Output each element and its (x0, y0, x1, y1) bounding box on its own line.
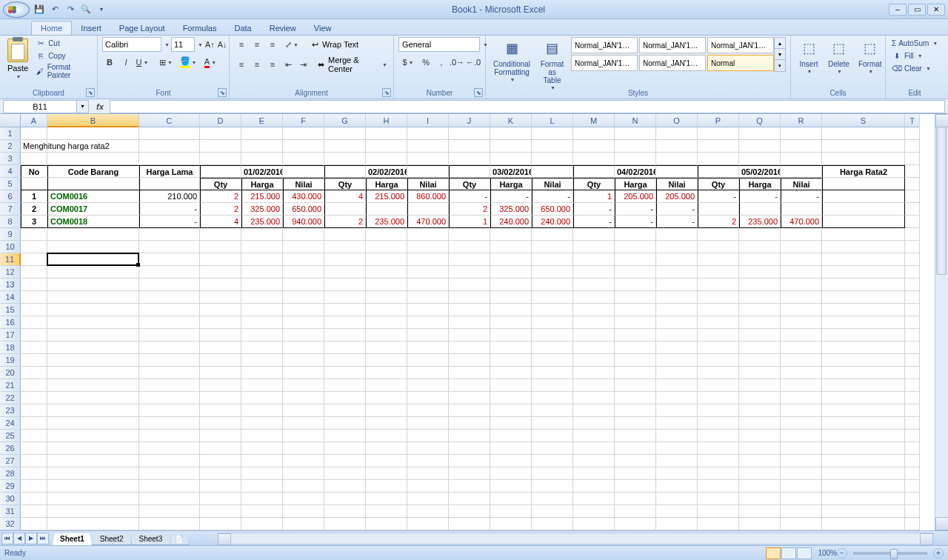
col-header-P[interactable]: P (698, 114, 739, 127)
cell-T23[interactable] (905, 404, 920, 417)
row-header-18[interactable]: 18 (0, 341, 21, 354)
sheet-tab-1[interactable]: Sheet1 (52, 533, 93, 545)
cell-K24[interactable] (490, 417, 532, 430)
cell-S2[interactable] (822, 140, 905, 153)
row-header-29[interactable]: 29 (0, 480, 21, 493)
cell-A17[interactable] (21, 329, 47, 341)
cell-A5[interactable] (21, 178, 47, 190)
cell-D9[interactable] (200, 228, 241, 241)
cell-L27[interactable] (532, 455, 573, 467)
cell-A11[interactable] (21, 253, 47, 266)
cell-N29[interactable] (615, 480, 656, 493)
cell-B24[interactable] (47, 417, 139, 430)
cell-S26[interactable] (822, 442, 905, 455)
cell-R28[interactable] (781, 467, 822, 480)
cell-P31[interactable] (698, 505, 739, 518)
cell-S24[interactable] (822, 417, 905, 430)
cell-G25[interactable] (324, 430, 366, 442)
cell-B26[interactable] (47, 442, 139, 455)
cell-L29[interactable] (532, 480, 573, 493)
cell-K13[interactable] (490, 279, 532, 291)
cell-M30[interactable] (573, 493, 615, 505)
cell-L13[interactable] (532, 279, 573, 291)
cell-B19[interactable] (47, 354, 139, 367)
cell-M3[interactable] (573, 153, 615, 165)
cell-O24[interactable] (656, 417, 698, 430)
cell-J1[interactable] (449, 127, 490, 140)
cell-K18[interactable] (490, 341, 532, 354)
cell-E22[interactable] (241, 392, 283, 404)
cell-M17[interactable] (573, 329, 615, 341)
row-header-13[interactable]: 13 (0, 279, 21, 291)
cell-A30[interactable] (21, 493, 47, 505)
cell-P23[interactable] (698, 404, 739, 417)
cell-L23[interactable] (532, 404, 573, 417)
sheet-tab-3[interactable]: Sheet3 (131, 533, 171, 545)
cell-L14[interactable] (532, 291, 573, 304)
cell-R31[interactable] (781, 505, 822, 518)
cell-L30[interactable] (532, 493, 573, 505)
cell-L21[interactable] (532, 379, 573, 392)
cell-L5[interactable]: Nilai (532, 178, 573, 190)
cell-G13[interactable] (324, 279, 366, 291)
cell-M26[interactable] (573, 442, 615, 455)
cell-Q25[interactable] (739, 430, 781, 442)
prev-sheet-icon[interactable]: ◀ (13, 533, 25, 544)
select-all-corner[interactable] (0, 114, 21, 127)
cell-C7[interactable]: - (139, 203, 200, 216)
cell-I24[interactable] (407, 417, 449, 430)
cell-A1[interactable] (21, 127, 47, 140)
close-button[interactable]: ✕ (927, 4, 945, 16)
cell-O2[interactable] (656, 140, 698, 153)
cell-M23[interactable] (573, 404, 615, 417)
cell-I17[interactable] (407, 329, 449, 341)
cell-N31[interactable] (615, 505, 656, 518)
cell-J27[interactable] (449, 455, 490, 467)
cell-G6[interactable]: 4 (324, 190, 366, 203)
namebox-dropdown-icon[interactable]: ▼ (77, 100, 89, 113)
cell-M2[interactable] (573, 140, 615, 153)
cell-R32[interactable] (781, 518, 822, 530)
cell-P18[interactable] (698, 341, 739, 354)
cell-F21[interactable] (283, 379, 324, 392)
cell-O1[interactable] (656, 127, 698, 140)
cell-Q16[interactable] (739, 316, 781, 329)
cell-E16[interactable] (241, 316, 283, 329)
col-header-J[interactable]: J (449, 114, 490, 127)
row-header-9[interactable]: 9 (0, 228, 21, 241)
cell-T7[interactable] (905, 203, 920, 216)
cell-C22[interactable] (139, 392, 200, 404)
cell-S13[interactable] (822, 279, 905, 291)
cell-A15[interactable] (21, 304, 47, 316)
cell-K23[interactable] (490, 404, 532, 417)
restore-button[interactable]: ▭ (908, 4, 926, 16)
cell-R26[interactable] (781, 442, 822, 455)
fill-button[interactable]: ⬇Fill▼ (890, 50, 939, 61)
cell-K32[interactable] (490, 518, 532, 530)
cell-I20[interactable] (407, 367, 449, 379)
cell-R21[interactable] (781, 379, 822, 392)
cell-D18[interactable] (200, 341, 241, 354)
cell-C13[interactable] (139, 279, 200, 291)
cell-E6[interactable]: 215.000 (241, 190, 283, 203)
tab-view[interactable]: View (305, 21, 341, 35)
col-header-I[interactable]: I (407, 114, 449, 127)
cell-D12[interactable] (200, 266, 241, 279)
cell-H7[interactable] (366, 203, 407, 216)
cell-M32[interactable] (573, 518, 615, 530)
tab-home[interactable]: Home (31, 21, 72, 35)
cell-I15[interactable] (407, 304, 449, 316)
cell-F32[interactable] (283, 518, 324, 530)
cell-K26[interactable] (490, 442, 532, 455)
cell-H32[interactable] (366, 518, 407, 530)
cell-D6[interactable]: 2 (200, 190, 241, 203)
cell-J29[interactable] (449, 480, 490, 493)
cell-J5[interactable]: Qty (449, 178, 490, 190)
cell-S23[interactable] (822, 404, 905, 417)
cell-D2[interactable] (200, 140, 241, 153)
cell-R20[interactable] (781, 367, 822, 379)
cell-S21[interactable] (822, 379, 905, 392)
cell-F15[interactable] (283, 304, 324, 316)
cell-R6[interactable]: - (781, 190, 822, 203)
cell-L24[interactable] (532, 417, 573, 430)
